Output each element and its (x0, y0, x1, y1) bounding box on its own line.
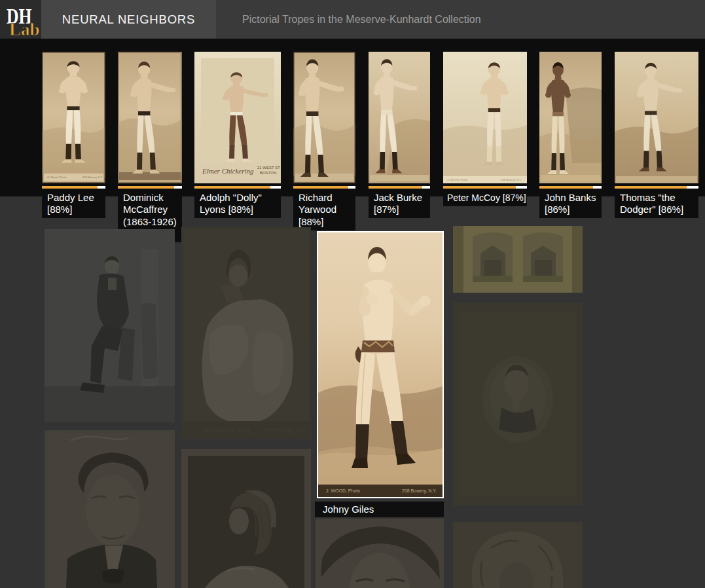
svg-text:208 Bowery, N.Y.: 208 Bowery, N.Y. (501, 178, 522, 181)
svg-text:A. Wood, Photo: A. Wood, Photo (47, 175, 67, 179)
svg-text:J. WOOD, Photo: J. WOOD, Photo (447, 178, 468, 181)
svg-text:21 WEST ST: 21 WEST ST (257, 166, 280, 170)
svg-text:208 Bowery N.Y.: 208 Bowery N.Y. (82, 175, 103, 179)
svg-text:FIFTH AVE, N.Y.: FIFTH AVE, N.Y. (263, 427, 306, 433)
svg-text:208 Bowery, N.Y.: 208 Bowery, N.Y. (402, 488, 437, 494)
svg-text:BOSTON: BOSTON (260, 171, 276, 175)
svg-text:Lab: Lab (9, 20, 40, 39)
svg-text:J. WOOD, Photo: J. WOOD, Photo (326, 488, 360, 493)
svg-text:GURNEY & SON,: GURNEY & SON, (204, 427, 251, 433)
svg-text:In Douglas: In Douglas (498, 457, 537, 467)
svg-text:Elmer Chickering: Elmer Chickering (202, 167, 254, 175)
